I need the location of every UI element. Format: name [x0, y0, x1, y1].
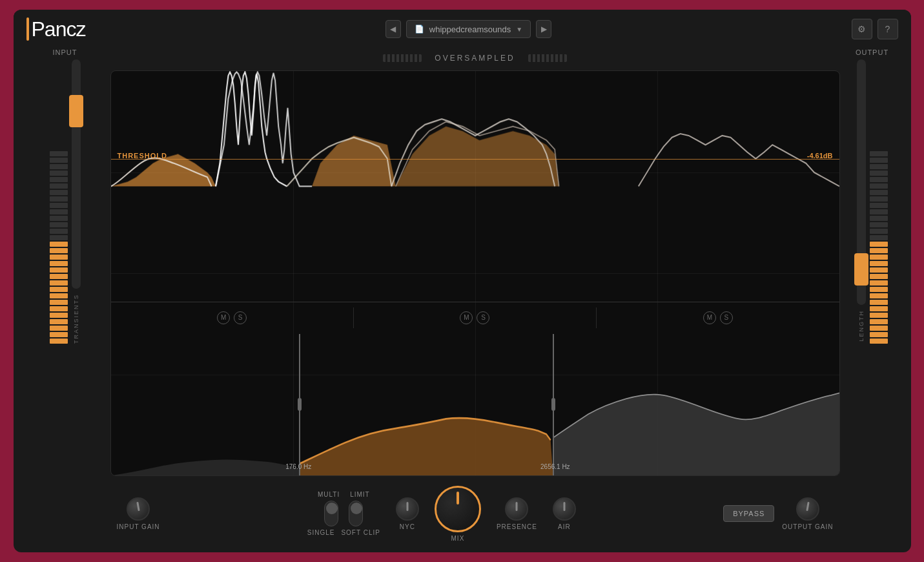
help-button[interactable]: ? [878, 19, 898, 39]
band-2-controls: M S [354, 307, 597, 328]
nyc-group: NYC [396, 497, 419, 530]
prev-preset-button[interactable]: ◀ [385, 20, 401, 38]
meter-seg [870, 158, 888, 163]
logo: Pancz [26, 17, 86, 41]
multi-label: MULTI [318, 491, 340, 498]
meter-seg [50, 196, 68, 202]
limit-toggle[interactable] [349, 501, 363, 526]
preset-name: whippedcreamsounds [429, 25, 511, 34]
input-fader-thumb[interactable] [69, 95, 83, 127]
meter-seg [50, 171, 68, 176]
mix-group: MIX [435, 486, 481, 542]
output-gain-knob[interactable] [796, 497, 819, 521]
meter-seg [50, 313, 68, 318]
air-group: AIR [553, 497, 576, 530]
length-label: LENGTH [858, 310, 865, 342]
meter-seg [870, 319, 888, 324]
band-1-m-button[interactable]: M [217, 311, 230, 324]
meter-seg [50, 158, 68, 163]
input-meter-container [50, 72, 68, 344]
meter-seg [50, 216, 68, 221]
input-gain-indicator [136, 501, 139, 510]
band-1-s-button[interactable]: S [234, 311, 247, 324]
threshold-label: THRESHOLD [118, 152, 167, 160]
next-preset-button[interactable]: ▶ [536, 20, 551, 38]
output-label: OUTPUT [856, 48, 888, 56]
meter-seg [870, 203, 888, 208]
output-gain-label: OUTPUT GAIN [782, 523, 833, 530]
preset-dropdown-arrow: ▼ [516, 26, 522, 33]
meter-seg [870, 338, 888, 344]
meter-seg [870, 274, 888, 279]
waveform-svg [111, 71, 839, 302]
band-3-s-button[interactable]: S [720, 311, 733, 324]
meter-seg [50, 242, 68, 247]
air-label: AIR [558, 523, 571, 530]
nyc-knob[interactable] [396, 497, 419, 521]
meter-seg [870, 313, 888, 318]
plugin-container: Pancz ◀ 📄 whippedcreamsounds ▼ ▶ ⚙ ? INP… [14, 10, 911, 552]
meter-seg [50, 300, 68, 305]
meter-seg [50, 183, 68, 189]
band-3-m-button[interactable]: M [703, 311, 716, 324]
main-content: INPUT [14, 48, 911, 552]
toggle-labels-row: MULTI LIMIT [318, 491, 370, 498]
meter-seg [870, 216, 888, 221]
meter-seg [870, 164, 888, 169]
air-knob[interactable] [553, 497, 576, 521]
transients-label: TRANSIENTS [73, 294, 79, 344]
mix-knob[interactable] [435, 486, 481, 532]
meter-seg [870, 293, 888, 298]
output-fader-track[interactable] [857, 59, 866, 305]
toggles-row [324, 501, 363, 526]
spectrum-display: 176.0 Hz 2656.1 Hz [111, 334, 839, 475]
meter-seg [50, 190, 68, 195]
band-3-controls: M S [597, 307, 839, 328]
meter-seg [50, 209, 68, 214]
multi-toggle[interactable] [324, 501, 338, 526]
input-gain-knob[interactable] [127, 497, 150, 521]
presence-indicator [516, 502, 518, 511]
meter-seg [870, 248, 888, 253]
meter-seg [870, 242, 888, 247]
meter-seg [50, 222, 68, 227]
meter-seg [870, 287, 888, 292]
input-meters-row: TRANSIENTS [50, 59, 81, 344]
meter-seg [50, 248, 68, 253]
meter-seg [50, 306, 68, 311]
band-1-controls: M S [111, 307, 354, 328]
meter-seg [870, 332, 888, 337]
meter-seg [50, 203, 68, 208]
settings-button[interactable]: ⚙ [852, 19, 872, 39]
meter-seg [870, 261, 888, 266]
mix-indicator [457, 492, 459, 505]
meter-seg [870, 177, 888, 182]
output-gain-group: OUTPUT GAIN [782, 497, 833, 530]
band-ms-row: M S M S M S [111, 302, 839, 334]
nyc-label: NYC [400, 523, 415, 530]
waveform-display: THRESHOLD -4.61dB [110, 70, 840, 476]
meter-seg [50, 319, 68, 324]
band-separator-2[interactable] [553, 334, 554, 475]
input-fader-track[interactable] [72, 59, 81, 289]
presence-group: PRESENCE [497, 497, 537, 530]
multi-limit-group: MULTI LIMIT SINGLE [307, 491, 380, 536]
bypass-button[interactable]: BYPASS [723, 505, 774, 522]
meter-seg [50, 326, 68, 331]
band-2-s-button[interactable]: S [477, 311, 489, 324]
meter-seg [870, 306, 888, 311]
output-fader-thumb[interactable] [854, 253, 868, 286]
right-panel: OUTPUT LENGTH [847, 48, 898, 546]
output-meter [870, 72, 888, 344]
limit-label: LIMIT [350, 491, 370, 498]
meter-seg [50, 338, 68, 344]
input-gain-group: INPUT GAIN [117, 497, 160, 530]
preset-selector[interactable]: 📄 whippedcreamsounds ▼ [406, 20, 531, 38]
spectrum-svg [111, 334, 839, 475]
meter-seg [50, 177, 68, 182]
presence-knob[interactable] [505, 497, 528, 521]
band-separator-1[interactable] [299, 334, 300, 475]
band-2-m-button[interactable]: M [460, 311, 473, 324]
meter-seg [870, 209, 888, 214]
header: Pancz ◀ 📄 whippedcreamsounds ▼ ▶ ⚙ ? [14, 10, 911, 48]
